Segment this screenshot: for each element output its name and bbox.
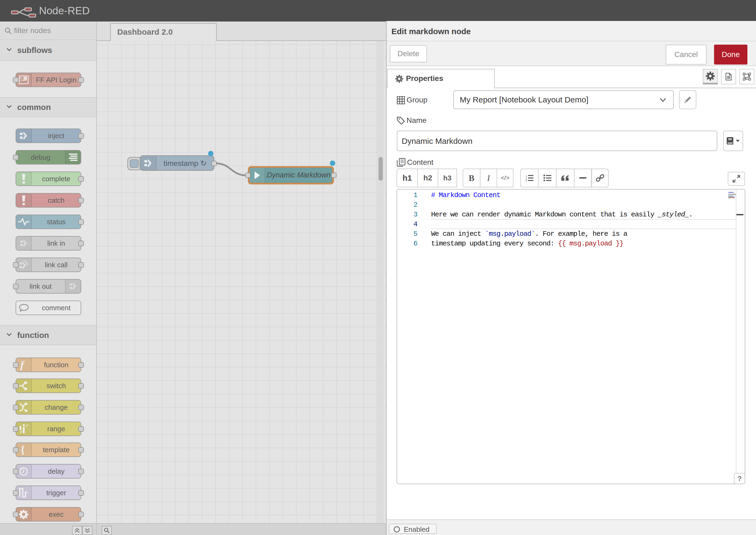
svg-text:3: 3	[526, 179, 527, 182]
svg-text:f: f	[20, 359, 25, 371]
svg-text:{: {	[20, 444, 25, 455]
